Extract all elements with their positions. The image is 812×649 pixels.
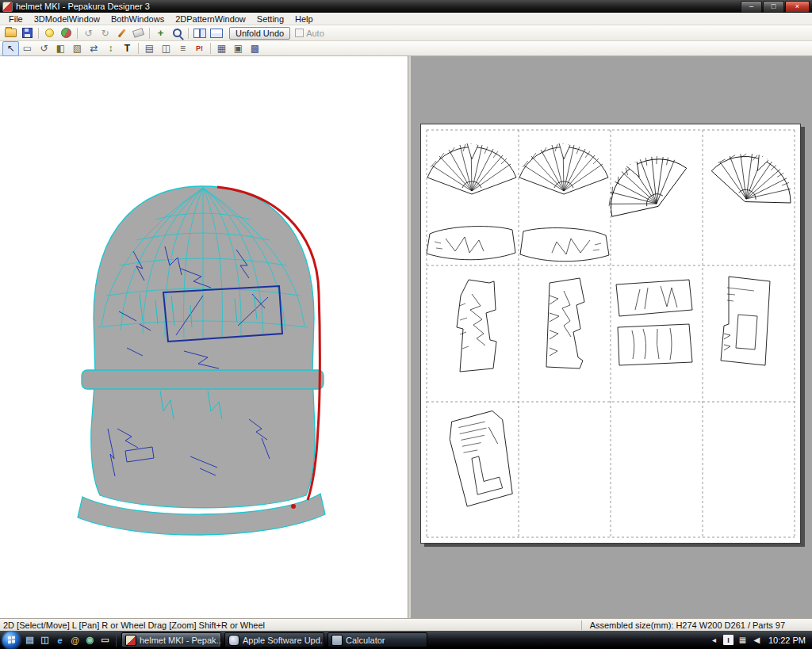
volume-icon[interactable]: ◀ [752,635,762,645]
document-icon[interactable]: ▭ [98,633,112,647]
menu-3dmodelwindow[interactable]: 3DModelWindow [29,13,105,25]
toolbar-separator [149,28,150,39]
taskbar-button-calculator[interactable]: Calculator [327,632,427,647]
layout-horizontal-icon[interactable] [208,25,224,40]
layout-vertical-icon[interactable] [191,25,208,40]
toolbar-separator [138,43,139,54]
toolbar-separator [38,28,39,39]
grid-icon[interactable]: ▦ [213,41,230,56]
undo-icon[interactable]: ↺ [80,25,97,40]
rotate-part-icon[interactable]: ↺ [36,41,52,56]
menubar: File 3DModelWindow BothWindows 2DPattern… [0,13,812,25]
pen-icon[interactable] [113,25,130,40]
printer-icon[interactable]: ▩ [247,41,263,56]
system-tray: ◂ I ▦ ◀ 10:22 PM [709,635,812,645]
toolbar-standard: ↺ ↻ + Unfold Undo Auto [0,25,812,41]
status-hint: 2D [Select/Move] L [Pan] R or Wheel Drag… [0,620,581,630]
auto-checkbox-label: Auto [306,29,324,38]
auto-checkbox-box[interactable] [295,29,304,37]
close-button[interactable]: × [785,1,810,13]
menu-2dpatternwindow[interactable]: 2DPatternWindow [170,13,251,25]
calculator-icon [331,635,343,646]
pattern-page-canvas [421,124,800,543]
taskbar-button-pepakura[interactable]: helmet MKI - Pepak... [121,632,221,647]
menu-file[interactable]: File [3,13,29,25]
pepakura-designer-window: helmet MKI - Pepakura Designer 3 – □ × F… [0,0,812,649]
select-move-icon[interactable]: ↖ [2,41,19,56]
redo-icon[interactable]: ↻ [97,25,113,40]
helmet-3d-model [0,56,408,618]
3d-model-view[interactable] [0,56,408,618]
toolbar-2d-tools: ↖ ▭ ↺ ◧ ▧ ⇄ ↕ T ▤ ◫ ≡ P! ▦ ▣ ▩ [0,41,812,56]
window-arrange-icon[interactable]: ◫ [158,41,174,56]
add-text-icon[interactable]: T [119,41,136,56]
select-box-icon[interactable]: ▭ [19,41,36,56]
divide-face-icon[interactable]: ◧ [52,41,69,56]
open-icon[interactable] [2,25,19,40]
texture-sphere-icon[interactable] [58,25,75,40]
clock[interactable]: 10:22 PM [766,636,806,645]
check-edge-icon[interactable]: ↕ [102,41,119,56]
toolbar-separator [188,28,189,39]
show-desktop-icon[interactable]: ▤ [23,633,36,647]
print-area-icon[interactable]: ▣ [230,41,247,56]
eraser-icon[interactable] [130,25,147,40]
start-button[interactable] [2,632,20,649]
flap-edit-icon[interactable]: ▧ [69,41,86,56]
window-title: helmet MKI - Pepakura Designer 3 [16,2,150,11]
media-player-icon[interactable]: ◉ [83,633,97,647]
pattern-lines-icon[interactable]: ▤ [141,41,158,56]
network-icon[interactable]: ▦ [737,635,748,645]
toolbar-separator [77,28,78,39]
unfold-undo-button[interactable]: Unfold Undo [229,27,290,40]
ie-icon[interactable]: e [53,633,67,647]
quicklaunch-separator [116,634,117,647]
join-edge-icon[interactable]: ⇄ [86,41,102,56]
auto-checkbox[interactable]: Auto [295,29,324,38]
pattern-piece[interactable] [546,278,584,368]
pattern-piece[interactable] [721,277,770,365]
apple-icon [228,635,239,646]
windows-flag-icon [8,636,15,644]
taskbar-button-label: helmet MKI - Pepak... [140,636,221,645]
menu-setting[interactable]: Setting [251,13,289,25]
minimize-button[interactable]: – [741,1,762,13]
taskbar-button-label: Apple Software Upd... [243,636,324,645]
lines-style-icon[interactable]: ≡ [174,41,191,56]
part-number-icon[interactable]: P! [191,41,208,56]
pattern-pieces[interactable] [427,139,800,507]
light-icon[interactable] [41,25,58,40]
pattern-page[interactable] [420,124,801,544]
status-assembled-size: Assembled size(mm): H274 W200 D261 / Par… [581,620,812,630]
pepakura-icon [125,635,136,646]
main-area [0,56,812,618]
hidden-icons-arrow-icon[interactable]: ◂ [709,635,719,645]
pattern-piece[interactable] [618,324,692,365]
taskbar: ▤ ◫ e @ ◉ ▭ helmet MKI - Pepak... Apple … [0,631,812,649]
switch-windows-icon[interactable]: ◫ [38,633,52,647]
menu-help[interactable]: Help [289,13,319,25]
input-language-icon[interactable]: I [723,635,733,645]
2d-pattern-view[interactable] [411,56,812,618]
zoom-icon[interactable] [169,25,186,40]
pan-icon[interactable]: + [152,25,169,40]
titlebar[interactable]: helmet MKI - Pepakura Designer 3 – □ × [0,0,812,13]
pattern-piece[interactable] [448,410,513,507]
statusbar: 2D [Select/Move] L [Pan] R or Wheel Drag… [0,618,812,631]
mail-icon[interactable]: @ [68,633,82,647]
taskbar-button-label: Calculator [346,636,385,645]
maximize-button[interactable]: □ [763,1,784,13]
taskbar-button-apple-update[interactable]: Apple Software Upd... [224,632,324,647]
menu-bothwindows[interactable]: BothWindows [105,13,170,25]
app-icon [2,2,13,12]
pattern-piece[interactable] [616,280,692,316]
pattern-piece[interactable] [457,280,496,372]
toolbar-separator [210,43,211,54]
save-icon[interactable] [19,25,36,40]
